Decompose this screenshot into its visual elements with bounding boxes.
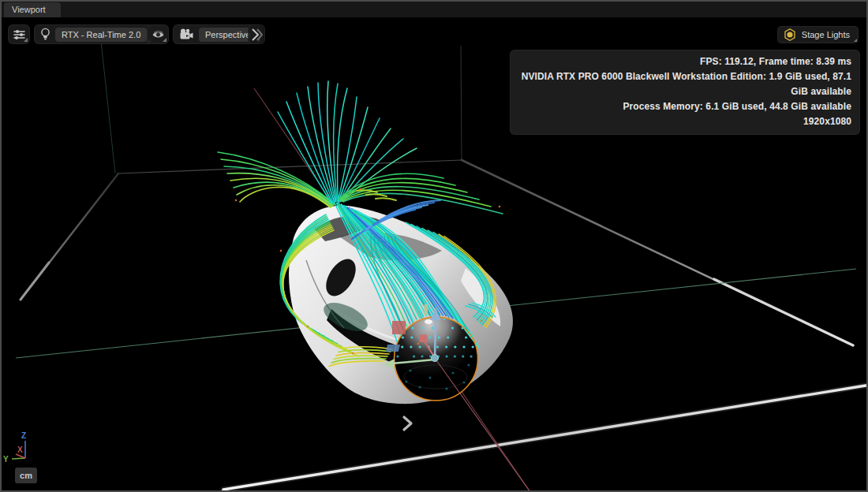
- chevron-right-icon[interactable]: [404, 417, 411, 430]
- viewport-3d-canvas[interactable]: Z X Y RTX - Real-Time 2.0: [2, 17, 866, 490]
- gizmo-plane-handle-xz[interactable]: [392, 321, 406, 334]
- stat-gpu-memory: NVIDIA RTX PRO 6000 Blackwell Workstatio…: [518, 69, 851, 99]
- sliders-icon: [13, 29, 25, 40]
- toolbar-expand-button[interactable]: [248, 24, 265, 44]
- video-camera-icon: [179, 28, 194, 40]
- renderer-label: RTX - Real-Time 2.0: [55, 28, 147, 42]
- eye-icon: [152, 29, 165, 39]
- gizmo-axis-line-extended: [435, 358, 530, 492]
- axis-x-label: X: [17, 445, 23, 454]
- axis-y-label: Y: [3, 455, 9, 464]
- lightbulb-icon: [40, 28, 51, 41]
- tab-bar: Viewport: [2, 2, 866, 17]
- hud-stats-panel: FPS: 119.12, Frame time: 8.39 ms NVIDIA …: [510, 50, 860, 135]
- tab-viewport[interactable]: Viewport: [4, 2, 61, 17]
- application-window: Z X Y RTX - Real-Time 2.0: [0, 0, 868, 492]
- stage-lights-button[interactable]: Stage Lights: [777, 26, 859, 43]
- gizmo-z-axis[interactable]: [435, 319, 436, 358]
- stage-lights-label: Stage Lights: [802, 30, 850, 39]
- light-fixture-icon: [784, 28, 796, 41]
- render-settings-button[interactable]: [8, 24, 30, 44]
- gizmo-plane-handle-xy[interactable]: [386, 345, 400, 352]
- renderer-select-button[interactable]: RTX - Real-Time 2.0: [34, 24, 153, 44]
- stat-resolution: 1920x1080: [518, 114, 851, 129]
- tab-viewport-label: Viewport: [12, 5, 46, 14]
- units-badge[interactable]: cm: [15, 468, 37, 483]
- stat-fps: FPS: 119.12, Frame time: 8.39 ms: [518, 54, 851, 69]
- axis-triad: Z X Y: [3, 431, 26, 464]
- gizmo-center-handle[interactable]: [432, 355, 439, 362]
- stat-process-memory: Process Memory: 6.1 GiB used, 44.8 GiB a…: [518, 99, 851, 114]
- axis-z-label: Z: [21, 431, 26, 440]
- double-chevron-icon: [250, 26, 263, 43]
- visibility-button[interactable]: [147, 24, 169, 44]
